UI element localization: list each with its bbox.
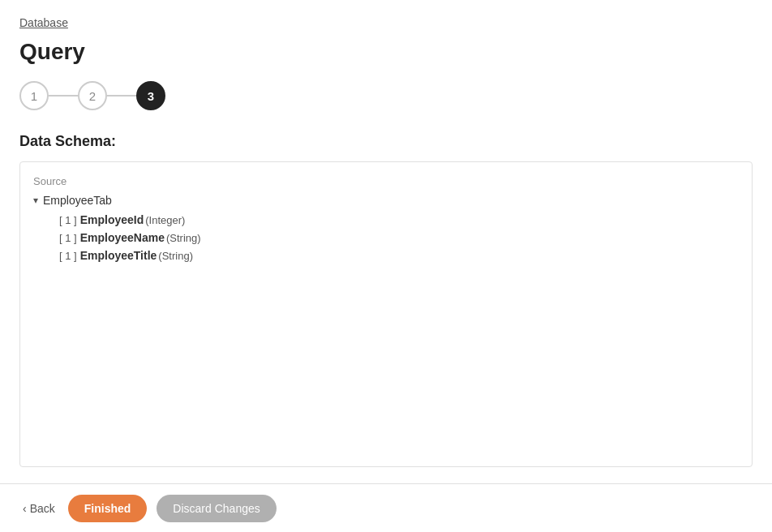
back-chevron-icon: ‹ <box>23 502 27 515</box>
step-line-2 <box>107 95 136 97</box>
steps-indicator: 1 2 3 <box>19 81 753 110</box>
step-2: 2 <box>78 81 107 110</box>
field-row-2: [ 1 ] EmployeeTitle (String) <box>59 249 739 262</box>
discard-button[interactable]: Discard Changes <box>157 495 276 522</box>
field-row-1: [ 1 ] EmployeeName (String) <box>59 231 739 244</box>
chevron-down-icon: ▾ <box>33 195 38 206</box>
footer: ‹ Back Finished Discard Changes <box>0 483 772 532</box>
finished-button[interactable]: Finished <box>68 495 148 522</box>
field-row-0: [ 1 ] EmployeeId (Integer) <box>59 213 739 226</box>
source-label: Source <box>33 175 739 187</box>
root-name: EmployeeTab <box>43 194 112 207</box>
schema-container: Source ▾ EmployeeTab [ 1 ] EmployeeId (I… <box>19 161 753 467</box>
back-button[interactable]: ‹ Back <box>19 496 58 521</box>
breadcrumb-link[interactable]: Database <box>19 16 753 29</box>
step-3: 3 <box>136 81 165 110</box>
section-label: Data Schema: <box>19 133 753 150</box>
step-1: 1 <box>19 81 49 110</box>
step-line-1 <box>49 95 78 97</box>
tree-root: ▾ EmployeeTab <box>33 194 739 207</box>
tree-children: [ 1 ] EmployeeId (Integer) [ 1 ] Employe… <box>59 213 739 262</box>
page-title: Query <box>19 39 753 65</box>
